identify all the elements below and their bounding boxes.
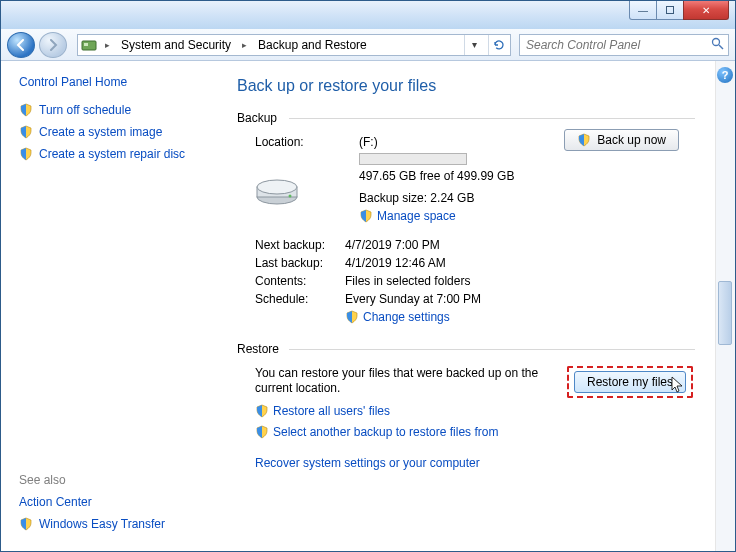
content-body: Control Panel Home Turn off schedule Cre… (1, 61, 735, 551)
shield-icon (19, 147, 33, 161)
close-button[interactable]: ✕ (683, 1, 729, 20)
right-strip: ? (715, 61, 735, 551)
chevron-right-icon: ▸ (239, 40, 250, 50)
section-restore-title: Restore (237, 342, 695, 356)
shield-icon (345, 310, 359, 324)
titlebar: — ✕ (1, 1, 735, 29)
restore-all-users-link[interactable]: Restore all users' files (255, 404, 390, 418)
task-link[interactable]: Create a system image (19, 125, 209, 139)
row-value: 4/7/2019 7:00 PM (345, 238, 440, 252)
see-also-section: See also Action Center Windows Easy Tran… (19, 473, 165, 539)
task-label[interactable]: Turn off schedule (39, 103, 131, 117)
main-pane: Back up or restore your files Backup Bac… (221, 61, 715, 551)
square-icon (666, 6, 674, 14)
task-link[interactable]: Create a system repair disc (19, 147, 209, 161)
maximize-button[interactable] (656, 1, 684, 20)
change-settings-link[interactable]: Change settings (345, 310, 450, 324)
restore-my-files-button[interactable]: Restore my files (574, 371, 686, 393)
restore-block: You can restore your files that were bac… (237, 366, 695, 398)
minimize-button[interactable]: — (629, 1, 657, 20)
window-frame: — ✕ ▸ System and Security ▸ Backup and R… (0, 0, 736, 552)
svg-point-2 (713, 38, 720, 45)
control-panel-home-link[interactable]: Control Panel Home (19, 75, 209, 89)
section-backup-title: Backup (237, 111, 695, 125)
back-button[interactable] (7, 32, 35, 58)
location-label: Location: (255, 135, 304, 149)
restore-description: You can restore your files that were bac… (255, 366, 555, 396)
refresh-button[interactable] (488, 35, 508, 55)
arrow-right-icon (47, 39, 59, 51)
shield-icon (577, 133, 591, 147)
navigation-toolbar: ▸ System and Security ▸ Backup and Resto… (1, 29, 735, 61)
svg-rect-1 (84, 43, 88, 46)
shield-icon (255, 404, 269, 418)
backup-now-button[interactable]: Back up now (564, 129, 679, 151)
row-value: Every Sunday at 7:00 PM (345, 292, 481, 306)
help-icon[interactable]: ? (717, 67, 733, 83)
space-progressbar (359, 153, 467, 165)
task-label[interactable]: Create a system repair disc (39, 147, 185, 161)
see-also-heading: See also (19, 473, 165, 487)
svg-point-7 (289, 195, 292, 198)
shield-icon (19, 103, 33, 117)
forward-button[interactable] (39, 32, 67, 58)
row-label: Next backup: (237, 238, 345, 252)
shield-icon (359, 209, 373, 223)
search-box[interactable] (519, 34, 729, 56)
location-value: (F:) (359, 135, 514, 149)
svg-line-3 (719, 45, 723, 49)
backup-size-text: Backup size: 2.24 GB (359, 191, 514, 205)
address-bar[interactable]: ▸ System and Security ▸ Backup and Resto… (77, 34, 511, 56)
refresh-icon (493, 39, 505, 51)
left-pane: Control Panel Home Turn off schedule Cre… (1, 61, 221, 551)
task-label[interactable]: Create a system image (39, 125, 162, 139)
shield-icon (19, 125, 33, 139)
row-label: Schedule: (237, 292, 345, 306)
see-also-label: Windows Easy Transfer (39, 517, 165, 531)
search-icon (711, 37, 724, 53)
row-label: Contents: (237, 274, 345, 288)
control-panel-icon (80, 37, 98, 53)
highlight-annotation: Restore my files (567, 366, 693, 398)
shield-icon (19, 517, 33, 531)
drive-icon (255, 169, 299, 209)
svg-point-6 (257, 180, 297, 194)
row-label: Last backup: (237, 256, 345, 270)
select-another-backup-link[interactable]: Select another backup to restore files f… (255, 425, 498, 439)
page-title: Back up or restore your files (237, 77, 695, 95)
breadcrumb-item[interactable]: System and Security (117, 37, 235, 53)
recover-system-link[interactable]: Recover system settings or your computer (255, 456, 480, 470)
see-also-item[interactable]: Windows Easy Transfer (19, 517, 165, 531)
chevron-right-icon: ▸ (102, 40, 113, 50)
scrollbar-thumb[interactable] (718, 281, 732, 345)
see-also-item[interactable]: Action Center (19, 495, 165, 509)
row-value: Files in selected folders (345, 274, 470, 288)
see-also-label: Action Center (19, 495, 92, 509)
manage-space-link[interactable]: Manage space (359, 209, 456, 223)
free-space-text: 497.65 GB free of 499.99 GB (359, 169, 514, 183)
dropdown-button[interactable]: ▾ (464, 35, 484, 55)
task-link[interactable]: Turn off schedule (19, 103, 209, 117)
arrow-left-icon (15, 39, 27, 51)
backup-now-container: Back up now (564, 129, 679, 151)
search-input[interactable] (524, 37, 711, 53)
breadcrumb-item[interactable]: Backup and Restore (254, 37, 371, 53)
row-value: 4/1/2019 12:46 AM (345, 256, 446, 270)
shield-icon (255, 425, 269, 439)
